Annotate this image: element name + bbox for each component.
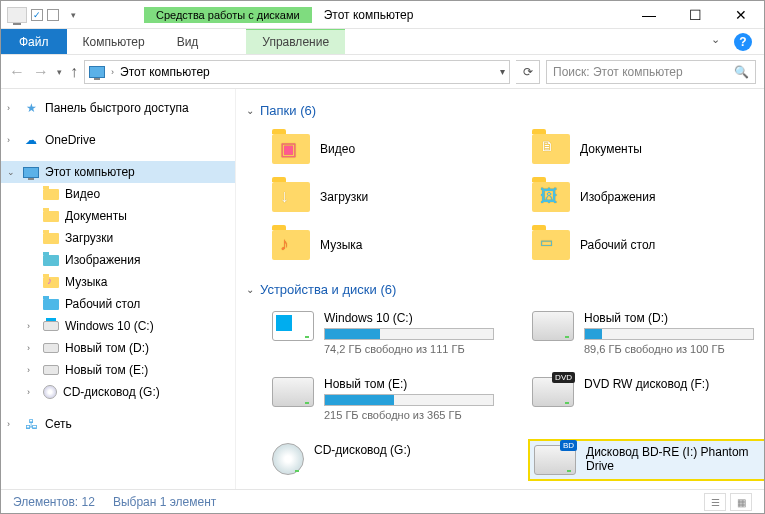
chevron-right-icon[interactable]: › <box>7 135 17 145</box>
drive-tile[interactable]: Windows 10 (C:)74,2 ГБ свободно из 111 Г… <box>268 307 518 359</box>
nav-network[interactable]: › 🖧 Сеть <box>1 413 235 435</box>
nav-up-button[interactable]: ↑ <box>70 63 78 81</box>
ribbon-tab-computer[interactable]: Компьютер <box>67 29 161 54</box>
chevron-down-icon[interactable]: ⌄ <box>7 167 17 177</box>
chevron-down-icon[interactable]: ⌄ <box>246 284 254 295</box>
ribbon-context-header: Средства работы с дисками <box>144 7 312 23</box>
qat-properties-icon[interactable] <box>7 5 27 25</box>
chevron-right-icon[interactable]: › <box>27 365 37 375</box>
folder-label: Музыка <box>320 238 362 252</box>
drive-tile[interactable]: DVD RW дисковод (F:) <box>528 373 764 425</box>
folder-tile[interactable]: 🖼Изображения <box>528 176 764 218</box>
nav-quick-access-label: Панель быстрого доступа <box>45 101 189 115</box>
drive-tile[interactable]: Новый том (E:)215 ГБ свободно из 365 ГБ <box>268 373 518 425</box>
status-selection: Выбран 1 элемент <box>113 495 216 509</box>
folder-tile[interactable]: ↓Загрузки <box>268 176 518 218</box>
nav-this-pc-child[interactable]: Изображения <box>1 249 235 271</box>
nav-this-pc-child[interactable]: ›Windows 10 (C:) <box>1 315 235 337</box>
nav-this-pc-child[interactable]: ›CD-дисковод (G:) <box>1 381 235 403</box>
drive-tile[interactable]: CD-дисковод (G:) <box>268 439 518 481</box>
nav-this-pc[interactable]: ⌄ Этот компьютер <box>1 161 235 183</box>
nav-item-label: Видео <box>65 187 100 201</box>
folder-icon: 🗎 <box>532 134 570 164</box>
nav-item-label: Музыка <box>65 275 107 289</box>
minimize-button[interactable]: — <box>626 1 672 29</box>
quick-access-toolbar: ✓ ▾ <box>1 5 89 25</box>
nav-this-pc-child[interactable]: Загрузки <box>1 227 235 249</box>
ribbon-collapse-icon[interactable]: ⌄ <box>711 33 720 51</box>
titlebar: ✓ ▾ Средства работы с дисками Этот компь… <box>1 1 764 29</box>
address-bar[interactable]: › Этот компьютер ▾ <box>84 60 510 84</box>
network-icon: 🖧 <box>23 416 39 432</box>
folder-icon <box>43 211 59 222</box>
address-dropdown-icon[interactable]: ▾ <box>500 66 505 77</box>
folder-label: Изображения <box>580 190 655 204</box>
nav-back-button[interactable]: ← <box>9 63 25 81</box>
folder-icon <box>43 189 59 200</box>
drives-group-header[interactable]: ⌄ Устройства и диски (6) <box>246 282 754 297</box>
qat-checkbox2-icon[interactable] <box>47 9 59 21</box>
pc-icon <box>23 167 39 178</box>
folder-icon: 🖼 <box>532 182 570 212</box>
drive-name: DVD RW дисковод (F:) <box>584 377 764 391</box>
folder-tile[interactable]: ▭Рабочий стол <box>528 224 764 266</box>
window-controls: — ☐ ✕ <box>626 1 764 29</box>
chevron-right-icon[interactable]: › <box>27 343 37 353</box>
folder-label: Видео <box>320 142 355 156</box>
navbar: ← → ▾ ↑ › Этот компьютер ▾ ⟳ Поиск: Этот… <box>1 55 764 89</box>
folder-tile[interactable]: 🗎Документы <box>528 128 764 170</box>
nav-this-pc-child[interactable]: ›Новый том (E:) <box>1 359 235 381</box>
folder-icon: ♪ <box>272 230 310 260</box>
address-text[interactable]: Этот компьютер <box>120 65 210 79</box>
close-button[interactable]: ✕ <box>718 1 764 29</box>
nav-quick-access[interactable]: › ★ Панель быстрого доступа <box>1 97 235 119</box>
view-details-button[interactable]: ☰ <box>704 493 726 511</box>
ribbon-tab-manage[interactable]: Управление <box>246 29 345 54</box>
folder-icon <box>43 299 59 310</box>
ribbon-file-tab[interactable]: Файл <box>1 29 67 54</box>
maximize-button[interactable]: ☐ <box>672 1 718 29</box>
chevron-right-icon[interactable]: › <box>7 419 17 429</box>
drive-info: CD-дисковод (G:) <box>314 443 514 457</box>
nav-arrows: ← → ▾ ↑ <box>9 63 78 81</box>
chevron-down-icon[interactable]: ⌄ <box>246 105 254 116</box>
folder-icon <box>43 233 59 244</box>
chevron-right-icon[interactable]: › <box>27 387 37 397</box>
folders-group-label: Папки (6) <box>260 103 316 118</box>
folder-icon: ↓ <box>272 182 310 212</box>
chevron-right-icon[interactable]: › <box>27 321 37 331</box>
nav-onedrive[interactable]: › ☁ OneDrive <box>1 129 235 151</box>
folders-group-header[interactable]: ⌄ Папки (6) <box>246 103 754 118</box>
drive-icon <box>272 443 304 475</box>
folder-tile[interactable]: ♪Музыка <box>268 224 518 266</box>
drive-tile[interactable]: Дисковод BD-RE (I:) Phantom Drive <box>528 439 764 481</box>
nav-this-pc-child[interactable]: Рабочий стол <box>1 293 235 315</box>
nav-this-pc-child[interactable]: Музыка <box>1 271 235 293</box>
ribbon-tab-view[interactable]: Вид <box>161 29 215 54</box>
nav-this-pc-child[interactable]: Документы <box>1 205 235 227</box>
qat-dropdown-icon[interactable]: ▾ <box>63 5 83 25</box>
view-large-icons-button[interactable]: ▦ <box>730 493 752 511</box>
chevron-right-icon[interactable]: › <box>7 103 17 113</box>
drive-info: Windows 10 (C:)74,2 ГБ свободно из 111 Г… <box>324 311 514 355</box>
drive-tile[interactable]: Новый том (D:)89,6 ГБ свободно из 100 ГБ <box>528 307 764 359</box>
nav-forward-button[interactable]: → <box>33 63 49 81</box>
folder-tile[interactable]: ▣Видео <box>268 128 518 170</box>
nav-this-pc-child[interactable]: Видео <box>1 183 235 205</box>
drive-free-text: 74,2 ГБ свободно из 111 ГБ <box>324 343 514 355</box>
search-placeholder: Поиск: Этот компьютер <box>553 65 683 79</box>
drive-icon <box>532 377 574 407</box>
nav-this-pc-child[interactable]: ›Новый том (D:) <box>1 337 235 359</box>
nav-this-pc-label: Этот компьютер <box>45 165 135 179</box>
refresh-button[interactable]: ⟳ <box>516 60 540 84</box>
view-switcher: ☰ ▦ <box>704 493 752 511</box>
search-input[interactable]: Поиск: Этот компьютер 🔍 <box>546 60 756 84</box>
nav-history-dropdown[interactable]: ▾ <box>57 67 62 77</box>
help-icon[interactable]: ? <box>734 33 752 51</box>
search-icon: 🔍 <box>734 65 749 79</box>
drive-name: CD-дисковод (G:) <box>314 443 514 457</box>
address-crumb-sep-icon[interactable]: › <box>111 67 114 77</box>
folder-label: Документы <box>580 142 642 156</box>
qat-checkbox1-icon[interactable]: ✓ <box>31 9 43 21</box>
nav-item-label: Новый том (E:) <box>65 363 148 377</box>
